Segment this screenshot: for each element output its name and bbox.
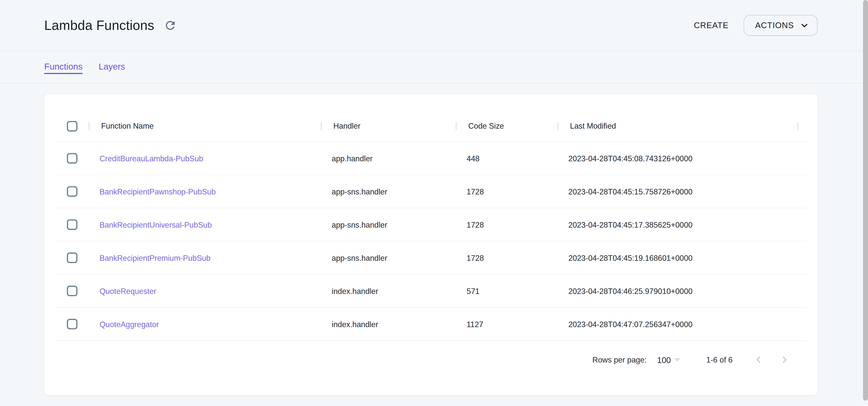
code-size-cell: 1728 [456,187,484,196]
tab-layers[interactable]: Layers [98,62,125,72]
row-checkbox[interactable] [67,219,77,230]
chevron-right-icon [778,353,791,366]
handler-cell: app-sns.handler [321,187,388,196]
last-modified-cell: 2023-04-28T04:45:17.385625+0000 [557,220,692,229]
table-row: QuoteRequester index.handler 571 2023-04… [55,275,807,308]
header-function-name[interactable]: Function Name [89,110,321,141]
column-separator [797,122,798,130]
pagination-range: 1-6 of 6 [706,355,733,364]
handler-cell: index.handler [321,286,378,295]
app-header: Lambda Functions CREATE ACTIONS [0,0,868,51]
last-modified-cell: 2023-04-28T04:47:07.256347+0000 [557,319,692,328]
header-code-size[interactable]: Code Size [456,110,557,141]
handler-cell: app.handler [321,154,373,163]
rows-per-page-select[interactable]: 100 [657,355,680,364]
header-handler[interactable]: Handler [321,110,456,141]
last-modified-cell: 2023-04-28T04:46:25.979010+0000 [557,286,692,295]
function-name-link[interactable]: BankRecipientPawnshop-PubSub [89,187,216,196]
row-checkbox[interactable] [67,286,77,296]
function-name-link[interactable]: BankRecipientUniversal-PubSub [89,220,212,229]
table-row: CreditBureauLambda-PubSub app.handler 44… [55,142,807,175]
create-button[interactable]: CREATE [687,16,735,34]
previous-page-button[interactable] [752,353,765,366]
row-checkbox[interactable] [67,252,77,263]
header-trailing-cell [797,110,798,141]
last-modified-cell: 2023-04-28T04:45:08.743126+0000 [557,154,692,163]
rows-per-page-value: 100 [657,355,671,364]
rows-per-page-label: Rows per page: [592,355,647,364]
select-all-checkbox[interactable] [67,121,77,131]
last-modified-cell: 2023-04-28T04:45:15.758726+0000 [557,187,692,196]
tab-functions[interactable]: Functions [44,62,83,72]
function-name-link[interactable]: BankRecipientPremium-PubSub [89,253,211,262]
tab-strip: Functions Layers [0,51,868,83]
row-checkbox[interactable] [67,153,77,164]
page-title: Lambda Functions [44,17,154,33]
header-checkbox-cell [55,110,89,141]
table-row: BankRecipientPremium-PubSub app-sns.hand… [55,241,807,275]
main-area: Function Name Handler Code Size Last Mod… [0,83,868,396]
code-size-cell: 1728 [456,220,484,229]
refresh-button[interactable] [164,19,177,32]
code-size-cell: 571 [456,286,479,295]
pagination: Rows per page: 100 1-6 of 6 [55,345,807,374]
handler-cell: app-sns.handler [321,220,388,229]
actions-button-label: ACTIONS [755,20,794,30]
chevron-left-icon [752,353,765,366]
handler-cell: app-sns.handler [321,253,388,262]
functions-table-card: Function Name Handler Code Size Last Mod… [44,94,818,396]
next-page-button[interactable] [778,353,791,366]
function-name-link[interactable]: CreditBureauLambda-PubSub [89,154,204,163]
handler-cell: index.handler [321,319,378,328]
last-modified-cell: 2023-04-28T04:45:19.168601+0000 [557,253,692,262]
table-row: BankRecipientPawnshop-PubSub app-sns.han… [55,175,807,208]
page: Lambda Functions CREATE ACTIONS Function… [0,0,868,406]
header-last-modified[interactable]: Last Modified [557,110,797,141]
function-name-link[interactable]: QuoteRequester [89,286,156,295]
row-checkbox[interactable] [67,319,77,329]
actions-button[interactable]: ACTIONS [744,14,818,36]
chevron-down-icon [798,19,810,31]
table-row: BankRecipientUniversal-PubSub app-sns.ha… [55,208,807,241]
table-header-row: Function Name Handler Code Size Last Mod… [55,110,807,142]
code-size-cell: 448 [456,154,479,163]
refresh-icon [164,19,177,32]
dropdown-arrow-icon [674,358,680,362]
vertical-scrollbar[interactable] [863,0,868,401]
code-size-cell: 1728 [456,253,484,262]
row-checkbox[interactable] [67,186,77,197]
code-size-cell: 1127 [456,319,483,328]
table-row: QuoteAggregator index.handler 1127 2023-… [55,308,807,341]
function-name-link[interactable]: QuoteAggregator [89,319,159,328]
